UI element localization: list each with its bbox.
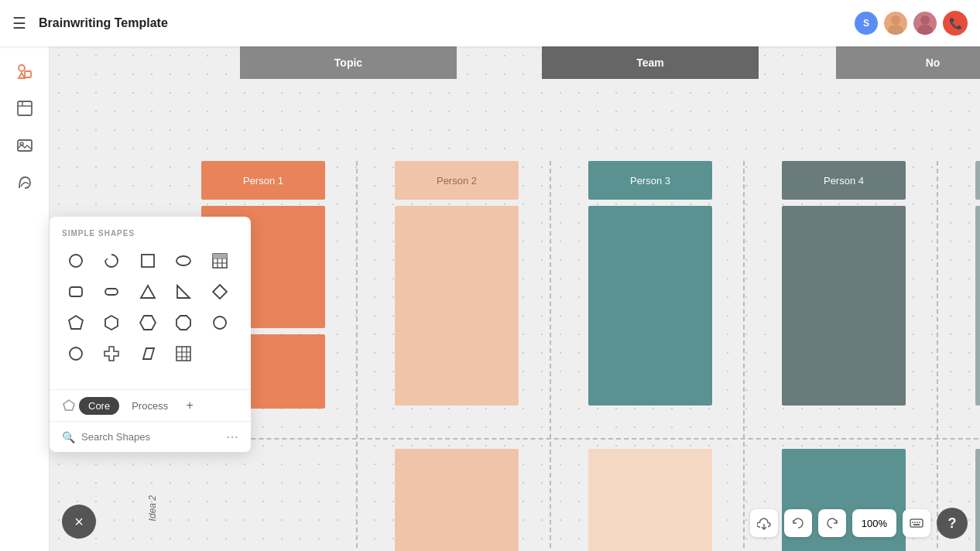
dashed-line-v3 <box>743 161 745 551</box>
shape-octagon[interactable] <box>170 309 197 337</box>
shape-oval[interactable] <box>170 247 197 275</box>
svg-marker-34 <box>143 348 154 359</box>
bottom-controls: 100% ? <box>750 508 968 539</box>
svg-marker-25 <box>177 286 190 298</box>
tab-core[interactable]: Core <box>79 397 119 415</box>
close-fab[interactable]: × <box>62 505 96 539</box>
shape-hexagon2[interactable] <box>134 309 162 337</box>
avatar-s[interactable]: S <box>855 12 878 35</box>
column-header-no: No <box>836 46 980 79</box>
column-header-team: Team <box>542 46 759 79</box>
svg-point-31 <box>214 317 226 329</box>
shape-right-triangle[interactable] <box>170 278 197 306</box>
shape-hexagon[interactable] <box>98 309 125 337</box>
cloud-save-button[interactable] <box>750 509 778 537</box>
svg-rect-14 <box>142 255 154 267</box>
svg-marker-29 <box>140 316 156 330</box>
sidebar-item-image[interactable] <box>9 130 40 161</box>
svg-marker-27 <box>69 316 83 329</box>
svg-marker-28 <box>105 316 118 330</box>
person-card-5: Per <box>975 161 980 200</box>
shapes-tab-icon <box>62 399 76 412</box>
svg-marker-40 <box>63 400 74 410</box>
content-box-2-3 <box>588 449 712 551</box>
menu-icon[interactable]: ☰ <box>12 14 26 33</box>
svg-rect-22 <box>70 287 82 296</box>
svg-point-32 <box>70 347 82 360</box>
shape-arc[interactable] <box>98 247 125 275</box>
content-box-1-4 <box>782 206 906 406</box>
shapes-tabs: Core Process + <box>50 389 251 421</box>
sidebar-item-draw[interactable] <box>9 167 40 198</box>
shapes-search-bar: 🔍 ⋯ <box>50 421 251 452</box>
shape-diamond[interactable] <box>206 278 234 306</box>
svg-rect-7 <box>18 101 32 115</box>
header-right: S 📞 <box>855 11 968 36</box>
tab-add-button[interactable]: + <box>180 396 199 415</box>
idea-label: Idea 2 <box>147 495 158 521</box>
dashed-line-v2 <box>550 161 551 551</box>
shape-parallelogram[interactable] <box>134 340 162 368</box>
person-card-2: Person 2 <box>395 161 519 200</box>
person-card-4: Person 4 <box>782 161 906 200</box>
svg-point-15 <box>176 256 190 265</box>
svg-rect-10 <box>18 140 32 151</box>
svg-marker-30 <box>176 316 190 330</box>
dashed-line-v4 <box>937 161 938 551</box>
svg-rect-23 <box>105 289 118 295</box>
undo-button[interactable] <box>784 509 812 537</box>
shape-rect[interactable] <box>134 247 162 275</box>
tab-process[interactable]: Process <box>122 397 177 415</box>
shape-triangle[interactable] <box>134 278 162 306</box>
svg-rect-5 <box>25 71 31 77</box>
svg-rect-21 <box>213 254 227 258</box>
help-button[interactable]: ? <box>937 508 968 539</box>
sidebar-item-shapes[interactable] <box>9 56 40 87</box>
shapes-panel: SIMPLE SHAPES <box>50 217 251 452</box>
more-options-icon[interactable]: ⋯ <box>226 430 238 444</box>
shape-stadium[interactable] <box>98 278 125 306</box>
svg-point-3 <box>917 25 933 35</box>
zoom-display: 100% <box>852 509 896 537</box>
person-card-3: Person 3 <box>588 161 712 200</box>
svg-marker-24 <box>141 286 155 298</box>
content-box-1-3 <box>588 206 712 406</box>
svg-point-0 <box>891 15 900 25</box>
svg-point-1 <box>888 25 903 35</box>
shape-circle3[interactable] <box>62 340 90 368</box>
content-box-1-5 <box>975 206 980 406</box>
content-box-2-5 <box>975 449 980 551</box>
shape-cross[interactable] <box>98 340 125 368</box>
avatar-1[interactable] <box>884 12 907 35</box>
keyboard-button[interactable] <box>903 509 930 537</box>
sidebar-item-frame[interactable] <box>9 93 40 124</box>
search-icon: 🔍 <box>62 431 75 443</box>
shapes-section-title: SIMPLE SHAPES <box>62 229 238 238</box>
phone-icon[interactable]: 📞 <box>943 11 968 36</box>
dashed-line-v1 <box>356 161 358 551</box>
shape-pentagon[interactable] <box>62 309 90 337</box>
svg-line-13 <box>105 258 108 261</box>
header: ☰ Brainwriting Template S 📞 <box>0 0 980 46</box>
person-card-1: Person 1 <box>201 161 325 200</box>
redo-button[interactable] <box>818 509 846 537</box>
svg-point-2 <box>920 15 930 25</box>
sidebar <box>0 46 50 551</box>
svg-marker-33 <box>105 347 118 361</box>
svg-point-12 <box>70 255 82 267</box>
column-header-topic: Topic <box>240 46 457 79</box>
svg-rect-35 <box>176 347 190 361</box>
shape-circle2[interactable] <box>206 309 234 337</box>
search-shapes-input[interactable] <box>81 431 220 443</box>
shape-rounded-rect[interactable] <box>62 278 90 306</box>
content-box-2-2 <box>395 449 519 551</box>
app-title: Brainwriting Template <box>39 16 168 30</box>
svg-marker-6 <box>19 73 25 78</box>
avatar-2[interactable] <box>913 12 937 35</box>
svg-rect-42 <box>910 519 923 527</box>
shapes-grid <box>62 247 238 368</box>
shape-table[interactable] <box>206 247 234 275</box>
shape-grid[interactable] <box>170 340 197 368</box>
shape-circle[interactable] <box>62 247 90 275</box>
dashed-line-h1 <box>189 438 980 440</box>
